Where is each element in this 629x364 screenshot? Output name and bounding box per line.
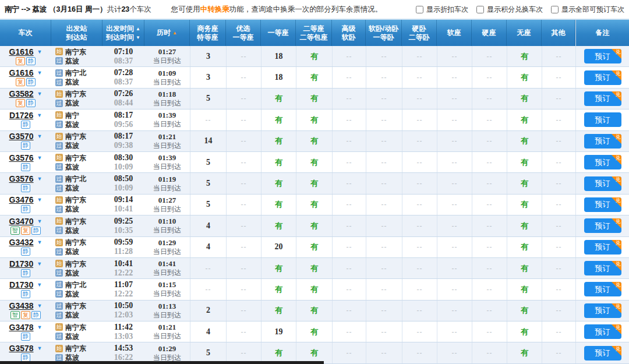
seat-cell-hard-sleeper: --: [402, 215, 437, 236]
sort-up-icon[interactable]: ▲: [136, 24, 140, 33]
to-station-line: 过荔波: [55, 289, 79, 299]
book-button[interactable]: 预订兑: [584, 324, 621, 339]
points-checkbox[interactable]: [476, 6, 484, 13]
discount-checkbox[interactable]: [416, 6, 423, 13]
filter-checkboxes: 显示折扣车次 显示积分兑换车次 显示全部可预订车次: [416, 5, 624, 15]
train-number-link[interactable]: G3438: [9, 302, 34, 310]
seat-value: 有: [310, 221, 318, 231]
expand-caret-icon[interactable]: ▼: [37, 217, 43, 226]
train-number-link[interactable]: D1730: [9, 260, 33, 268]
time-cell: 09:1410:41: [103, 195, 144, 215]
seat-cell-second-class: 有: [296, 258, 332, 278]
book-button[interactable]: 预订兑: [584, 282, 621, 296]
column-header-train: 车次: [0, 20, 51, 46]
train-badges: 复静: [16, 99, 36, 107]
filter-all-bookable[interactable]: 显示全部可预订车次: [551, 5, 624, 15]
book-button[interactable]: 预订兑: [584, 176, 621, 191]
train-number-link[interactable]: G3578: [9, 344, 34, 353]
train-number-link[interactable]: G3476: [9, 196, 34, 204]
transfer-link[interactable]: 中转换乘: [200, 5, 229, 13]
expand-caret-icon[interactable]: ▼: [37, 323, 43, 332]
expand-caret-icon[interactable]: ▼: [37, 69, 43, 77]
expand-caret-icon[interactable]: ▼: [37, 111, 42, 120]
station-type-icon-过: 过: [55, 142, 63, 150]
book-button[interactable]: 预订兑: [584, 91, 621, 106]
train-badges: 静: [21, 121, 30, 129]
seat-value: 5: [206, 158, 210, 167]
duration-value: 01:19: [158, 175, 176, 184]
train-row: G3438▼智复静过南宁东过荔波10:5012:0301:13当日到达2--有有…: [0, 301, 629, 321]
book-button[interactable]: 预订兑: [584, 155, 621, 169]
seat-cell-business-special: 2: [190, 301, 226, 321]
train-badge-复: 复: [21, 311, 30, 319]
seat-value: --: [556, 285, 562, 294]
expand-caret-icon[interactable]: ▼: [37, 90, 43, 98]
seat-cell-second-class: 有: [296, 301, 332, 321]
station-type-icon-过: 过: [55, 302, 63, 310]
train-badge-静: 静: [26, 99, 36, 107]
book-button[interactable]: 预订兑: [584, 261, 621, 275]
from-station-name: 南宁: [65, 111, 79, 120]
book-button[interactable]: 预订兑: [584, 49, 621, 63]
from-station-name: 南宁东: [65, 132, 86, 141]
seat-value: --: [381, 116, 387, 124]
station-cell: 过南宁北过荔波: [51, 67, 103, 87]
sort-down-icon[interactable]: ▼: [136, 33, 140, 42]
expand-caret-icon[interactable]: ▼: [37, 196, 43, 204]
seat-value: --: [347, 116, 352, 124]
expand-caret-icon[interactable]: ▼: [37, 281, 42, 289]
train-row: G3576▼静始南宁东过荔波08:3010:0901:39当日到达5--有有--…: [0, 152, 629, 173]
expand-caret-icon[interactable]: ▼: [37, 175, 43, 183]
train-number-link[interactable]: D1730: [9, 281, 33, 289]
column-header-times[interactable]: 出发时间▲到达时间▼: [103, 20, 144, 46]
seat-cell-hard-seat: --: [472, 258, 507, 278]
column-header-duration[interactable]: 历时▲: [144, 20, 190, 46]
book-button[interactable]: 预订兑: [584, 240, 621, 255]
train-number-link[interactable]: G1616: [9, 48, 34, 56]
book-button[interactable]: 预订兑: [584, 197, 621, 212]
expand-caret-icon[interactable]: ▼: [37, 132, 43, 141]
remark-cell: 预订: [575, 109, 629, 130]
book-button[interactable]: 预订兑: [584, 70, 621, 85]
expand-caret-icon[interactable]: ▼: [37, 344, 43, 353]
seat-cell-hard-seat: --: [472, 109, 507, 130]
train-number-link[interactable]: G1616: [9, 69, 34, 77]
seat-cell-first-class: 20: [261, 237, 296, 257]
seat-cell-soft-sleeper: --: [366, 215, 402, 236]
book-button[interactable]: 预订兑: [584, 134, 621, 149]
train-number-link[interactable]: G3478: [9, 323, 34, 332]
seat-cell-soft-seat: --: [437, 109, 472, 130]
seat-value: --: [417, 179, 423, 188]
seat-cell-business-special: --: [190, 109, 226, 130]
seat-cell-business-special: 3: [190, 67, 226, 87]
train-number-link[interactable]: G3570: [9, 132, 34, 141]
train-badges: 静: [21, 269, 30, 277]
train-row: D1730▼静过南宁北过荔波11:0712:2201:15当日到达----有有-…: [0, 279, 629, 300]
train-number-link[interactable]: G3432: [9, 238, 34, 247]
seat-cell-first-class: 有: [261, 173, 296, 193]
train-number-link[interactable]: G3582: [9, 90, 34, 98]
seat-cell-no-seat: 有: [507, 131, 542, 151]
train-row: G3570▼静始南宁东过荔波08:1709:3801:21当日到达14--有有-…: [0, 131, 629, 152]
expand-caret-icon[interactable]: ▼: [37, 238, 43, 247]
book-button[interactable]: 预订兑: [584, 218, 621, 233]
expand-caret-icon[interactable]: ▼: [37, 302, 43, 310]
book-button[interactable]: 预订兑: [584, 346, 621, 361]
sort-up-icon[interactable]: ▲: [172, 29, 177, 37]
expand-caret-icon[interactable]: ▼: [37, 154, 43, 162]
book-button[interactable]: 预订兑: [584, 303, 621, 318]
train-number-link[interactable]: G3470: [9, 217, 34, 226]
all-bookable-checkbox[interactable]: [551, 6, 559, 13]
filter-discount[interactable]: 显示折扣车次: [416, 5, 468, 15]
exchange-badge-label: 兑: [616, 324, 621, 330]
train-number-link[interactable]: G3576: [9, 154, 34, 162]
duration-cell: 01:18当日到达: [144, 89, 190, 109]
duration-cell: 01:21当日到达: [144, 321, 190, 342]
expand-caret-icon[interactable]: ▼: [37, 48, 43, 56]
expand-caret-icon[interactable]: ▼: [37, 260, 42, 268]
book-button[interactable]: 预订: [584, 112, 621, 127]
train-number-link[interactable]: D1726: [9, 111, 33, 120]
seat-value: 有: [310, 72, 318, 83]
filter-points[interactable]: 显示积分兑换车次: [476, 5, 543, 15]
train-number-link[interactable]: G3576: [9, 175, 34, 183]
